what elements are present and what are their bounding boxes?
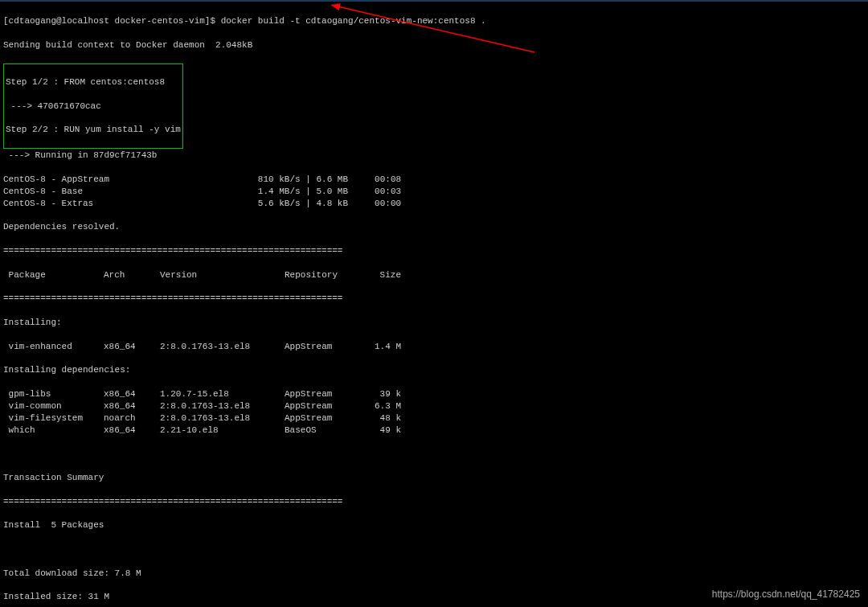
total-download: Total download size: 7.8 M: [3, 568, 865, 580]
separator: ========================================…: [3, 293, 865, 305]
hdr-version: Version: [160, 269, 285, 281]
running-in: ---> Running in 87d9cf71743b: [3, 150, 865, 162]
watermark: https://blog.csdn.net/qq_41782425: [712, 588, 860, 601]
deps-resolved: Dependencies resolved.: [3, 221, 865, 233]
package-table-header: Package Arch Version Repository Size: [3, 269, 865, 281]
installing-deps-label: Installing dependencies:: [3, 364, 865, 376]
repo-line: CentOS-8 - Extras 5.6 kB/s | 4.8 kB 00:0…: [3, 198, 865, 210]
hdr-size: Size: [361, 269, 401, 281]
terminal-output: [cdtaogang@localhost docker-centos-vim]$…: [0, 2, 868, 607]
package-row: vim-filesystemnoarch2:8.0.1763-13.el8App…: [3, 412, 865, 424]
repo-line: CentOS-8 - AppStream 810 kB/s | 6.6 MB 0…: [3, 174, 865, 186]
separator: ========================================…: [3, 245, 865, 257]
step-2: Step 2/2 : RUN yum install -y vim: [6, 124, 181, 136]
sending-context: Sending build context to Docker daemon 2…: [3, 39, 865, 51]
highlight-box-steps: Step 1/2 : FROM centos:centos8 ---> 4706…: [3, 64, 183, 149]
hdr-arch: Arch: [104, 269, 160, 281]
transaction-summary: Transaction Summary: [3, 472, 865, 484]
hdr-package: Package: [3, 269, 104, 281]
separator: ========================================…: [3, 496, 865, 508]
package-row: vim-commonx86_642:8.0.1763-13.el8AppStre…: [3, 400, 865, 412]
package-row: whichx86_642.21-10.el8BaseOS49 k: [3, 424, 865, 437]
repo-line: CentOS-8 - Base 1.4 MB/s | 5.0 MB 00:03: [3, 186, 865, 198]
package-row: gpm-libsx86_641.20.7-15.el8AppStream39 k: [3, 388, 865, 400]
install-count: Install 5 Packages: [3, 519, 865, 531]
step-1: Step 1/2 : FROM centos:centos8: [6, 76, 181, 88]
installing-label: Installing:: [3, 317, 865, 329]
package-row: vim-enhancedx86_642:8.0.1763-13.el8AppSt…: [3, 341, 865, 353]
prompt-line[interactable]: [cdtaogang@localhost docker-centos-vim]$…: [3, 15, 865, 27]
hdr-repo: Repository: [285, 269, 361, 281]
step-1-hash: ---> 470671670cac: [6, 100, 181, 113]
